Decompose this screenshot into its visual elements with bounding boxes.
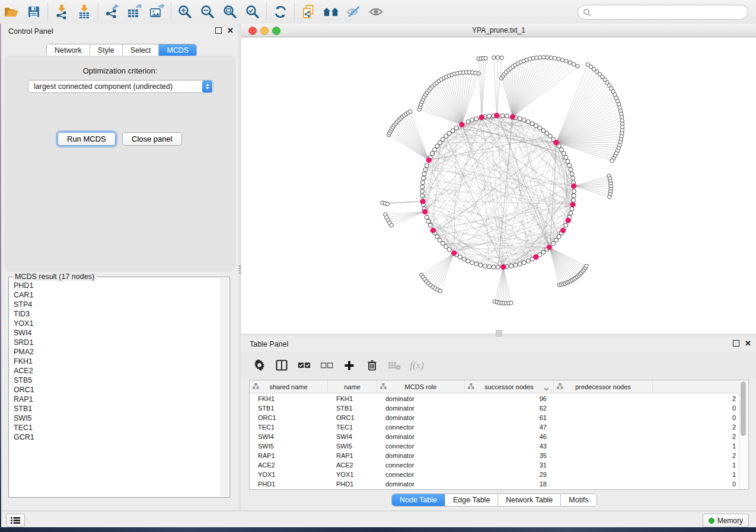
mcds-result-item[interactable]: PMA2	[14, 347, 220, 357]
table-cell: ACE2	[328, 460, 377, 470]
mcds-result-item[interactable]: CAR1	[14, 290, 220, 300]
table-cell: connector	[377, 470, 465, 479]
column-header[interactable]: MCDS role	[377, 380, 465, 393]
export-network-icon[interactable]	[101, 2, 123, 21]
save-session-icon[interactable]	[23, 2, 45, 21]
table-row[interactable]: ORC1ORC1dominator610	[250, 413, 741, 422]
tab-motifs[interactable]: Motifs	[561, 494, 596, 506]
split-view-icon[interactable]	[273, 357, 290, 374]
table-row[interactable]: SWI5SWI5connector431	[250, 441, 741, 451]
mcds-result-item[interactable]: SWI4	[14, 328, 220, 338]
tab-edge-table[interactable]: Edge Table	[445, 494, 498, 506]
table-row[interactable]: RAP1RAP1dominator352	[250, 451, 741, 460]
table-cell: 35	[465, 451, 554, 460]
mcds-result-item[interactable]: SWI5	[14, 414, 220, 423]
mcds-result-item[interactable]: GCR1	[14, 432, 220, 442]
table-row[interactable]: PHD1PHD1dominator180	[250, 479, 741, 489]
column-label: MCDS role	[405, 383, 437, 390]
column-header[interactable]: shared name	[250, 380, 328, 393]
memory-button[interactable]: Memory	[703, 514, 749, 527]
delete-table-icon[interactable]	[386, 357, 403, 374]
mcds-result-item[interactable]: STB1	[14, 404, 220, 414]
mcds-result-item[interactable]: FKH1	[14, 357, 220, 366]
column-header[interactable]: name	[328, 380, 377, 393]
delete-column-icon[interactable]	[363, 357, 380, 374]
add-column-icon[interactable]	[341, 357, 358, 374]
table-cell: dominator	[377, 479, 465, 489]
tab-select[interactable]: Select	[123, 44, 160, 56]
table-scrollbar[interactable]	[739, 380, 748, 489]
import-network-icon[interactable]	[50, 2, 73, 21]
table-cell: 61	[465, 413, 554, 422]
column-label: predecessor nodes	[575, 383, 631, 390]
table-cell: TEC1	[250, 422, 328, 432]
table-cell: 47	[465, 422, 554, 432]
mcds-result-item[interactable]: STB5	[14, 376, 220, 385]
close-panel-icon[interactable]: ✕	[227, 28, 234, 33]
open-file-icon[interactable]	[0, 2, 23, 21]
zoom-selected-icon[interactable]	[241, 2, 264, 21]
column-label: name	[344, 383, 361, 390]
tab-network[interactable]: Network	[47, 44, 90, 56]
hide-selected-icon[interactable]	[342, 2, 365, 21]
settings-icon[interactable]	[251, 357, 267, 374]
toolbar-separator	[47, 4, 48, 20]
show-panels-button[interactable]	[6, 514, 25, 527]
function-builder-icon[interactable]: f(x)	[409, 357, 425, 374]
run-mcds-button[interactable]: Run MCDS	[58, 132, 116, 146]
search-input[interactable]	[591, 8, 748, 17]
close-panel-button[interactable]: Close panel	[122, 132, 182, 146]
mcds-result-scrollbar[interactable]	[221, 278, 228, 496]
table-row[interactable]: SWI4SWI4dominator462	[250, 432, 741, 441]
tab-style[interactable]: Style	[90, 44, 123, 56]
table-scrollbar-thumb[interactable]	[741, 382, 746, 436]
table-panel-header: Table Panel ✕	[241, 336, 756, 352]
column-header[interactable]: predecessor nodes	[554, 380, 653, 393]
table-cell: 96	[465, 394, 554, 403]
tab-node-table[interactable]: Node Table	[392, 494, 445, 506]
clone-network-icon[interactable]	[297, 2, 320, 21]
search-field[interactable]	[578, 5, 748, 20]
select-all-checkboxes-icon[interactable]	[296, 357, 312, 374]
table-row[interactable]: ACE2ACE2connector311	[250, 460, 741, 470]
mcds-result-item[interactable]: ACE2	[14, 366, 220, 376]
criterion-select[interactable]: largest connected component (undirected)	[28, 80, 213, 93]
table-cell: YOX1	[328, 470, 377, 479]
float-panel-icon[interactable]	[215, 27, 222, 34]
zoom-in-icon[interactable]	[174, 2, 196, 21]
float-panel-icon[interactable]	[733, 340, 739, 347]
export-table-icon[interactable]	[123, 2, 146, 21]
import-table-icon[interactable]	[73, 2, 95, 21]
mcds-result-item[interactable]: RAP1	[14, 395, 220, 404]
deselect-all-checkboxes-icon[interactable]	[318, 357, 335, 374]
mcds-result-item[interactable]: YOX1	[14, 319, 220, 328]
tab-network-table[interactable]: Network Table	[498, 494, 561, 506]
mcds-result-item[interactable]: STP4	[14, 300, 220, 309]
table-cell: connector	[377, 460, 465, 470]
table-row[interactable]: YOX1YOX1connector291	[250, 470, 741, 479]
mcds-panel: Optimization criterion: largest connecte…	[5, 56, 235, 271]
table-cell: 1	[554, 441, 741, 451]
mcds-result-item[interactable]: TEC1	[14, 423, 220, 432]
mcds-result-item[interactable]: SRD1	[14, 338, 220, 347]
refresh-layout-icon[interactable]	[269, 2, 292, 21]
table-row[interactable]: STB1STB1dominator620	[250, 403, 741, 413]
export-image-icon[interactable]	[146, 2, 168, 21]
column-header[interactable]: successor nodes	[465, 380, 554, 393]
zoom-out-icon[interactable]	[196, 2, 219, 21]
zoom-fit-icon[interactable]	[219, 2, 241, 21]
mcds-result-item[interactable]: TID3	[14, 309, 220, 319]
first-neighbors-icon[interactable]	[320, 2, 342, 21]
tab-mcds[interactable]: MCDS	[159, 44, 196, 56]
network-canvas[interactable]	[241, 37, 756, 334]
table-row[interactable]: FKH1FKH1dominator962	[250, 394, 741, 403]
table-row[interactable]: TEC1TEC1connector472	[250, 422, 741, 432]
mcds-result-item[interactable]: PHD1	[14, 281, 220, 290]
toolbar-separator	[294, 4, 295, 20]
mcds-result-item[interactable]: ORC1	[14, 385, 220, 395]
close-panel-icon[interactable]: ✕	[745, 341, 751, 346]
show-all-icon[interactable]	[365, 2, 387, 21]
network-titlebar[interactable]: YPA_prune.txt_1	[241, 24, 756, 37]
table-cell: 1	[554, 460, 741, 470]
network-graph	[241, 37, 756, 334]
